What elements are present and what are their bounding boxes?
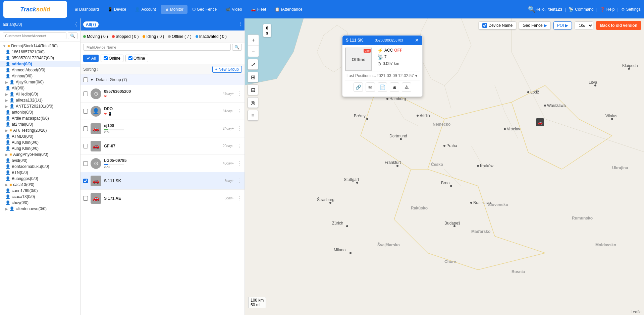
device-checkbox-1[interactable] <box>83 91 88 96</box>
command-link[interactable]: 📡 Command <box>569 7 593 12</box>
tree-node-aungphyo[interactable]: ▶ ■ AungPhyoHein(0/0) <box>0 151 80 158</box>
account-search-button[interactable]: 🔍 <box>68 33 77 39</box>
table-row[interactable]: 🚗 GF-07 20day+ ⋮ <box>80 137 245 155</box>
filter-online-checkbox[interactable] <box>104 56 108 60</box>
new-group-button[interactable]: + New Group <box>212 66 242 73</box>
nav-account[interactable]: 👤Account <box>131 5 160 14</box>
popup-action-alert[interactable]: ⚠ <box>402 82 411 92</box>
zoom-in-button[interactable]: + <box>248 35 259 46</box>
group-checkbox[interactable] <box>83 77 88 82</box>
popup-expand-icon[interactable]: ▼ <box>414 73 418 78</box>
popup-action-link[interactable]: 🔗 <box>354 82 363 92</box>
settings-link[interactable]: ⚙ Settings <box>621 7 641 12</box>
popup-action-grid[interactable]: ⊞ <box>390 82 399 92</box>
device-checkbox-2[interactable] <box>83 109 88 114</box>
back-old-version-button[interactable]: Back to old version <box>596 21 641 30</box>
device-more-2[interactable]: ⋮ <box>236 108 242 114</box>
tree-node-ccaca13[interactable]: 👤 ccaca13(0/0) <box>0 194 80 200</box>
sidebar-collapse-button[interactable]: 〈 <box>72 21 77 28</box>
device-more-7[interactable]: ⋮ <box>236 195 242 201</box>
nav-monitor[interactable]: 🖥Monitor <box>161 5 187 14</box>
table-row[interactable]: ⊙ 085763605200 ❤ 46day+ ⋮ <box>80 85 245 103</box>
tree-node-at2[interactable]: 👤 at2 trial(0/0) <box>0 121 80 127</box>
tree-node-aungkhin1[interactable]: 👤 Aung Khin(0/0) <box>0 139 80 145</box>
poi-map-button[interactable]: POI ▶ <box>553 21 572 29</box>
popup-close-button[interactable]: ✕ <box>415 38 419 43</box>
tree-node-choy[interactable]: 👤 choy(0/0) <box>0 200 80 206</box>
cluster-button[interactable]: ⊟ <box>248 84 258 95</box>
device-more-3[interactable]: ⋮ <box>236 125 242 132</box>
tree-node-avid[interactable]: 👤 avid(0/0) <box>0 158 80 164</box>
filter-all-button[interactable]: All <box>83 55 99 62</box>
interval-select[interactable]: 10s 30s 1m 5m <box>575 21 593 29</box>
tree-node-ahmed[interactable]: 👤 Ahmed Abood(0/0) <box>0 67 80 73</box>
tree-node-demo[interactable]: ▼ ■ Demo(Stock144/Total190) <box>0 43 80 49</box>
nav-iattendance[interactable]: 📋iAttendance <box>271 5 306 14</box>
device-more-4[interactable]: ⋮ <box>236 143 242 149</box>
device-list: ▼ Default Group (7) ⊙ 085763605200 ❤ 46d… <box>80 74 245 315</box>
help-link[interactable]: ❓ Help <box>600 7 615 12</box>
filter-offline-button[interactable]: Offline <box>125 55 148 62</box>
device-checkbox-5[interactable] <box>83 161 88 166</box>
device-more-5[interactable]: ⋮ <box>236 160 242 167</box>
table-row[interactable]: 🚗 S 111 SK 5day+ ⋮ <box>80 172 245 190</box>
zoom-out-button[interactable]: − <box>248 46 259 57</box>
fullscreen-button[interactable]: ⤢ <box>248 59 258 70</box>
satellites-value: 7 <box>384 55 387 59</box>
device-checkbox-6[interactable] <box>83 179 88 183</box>
tree-node-adrian[interactable]: 👤 adrian(0/0) <box>0 61 80 67</box>
account-search-input[interactable] <box>3 33 66 39</box>
tree-node-cann1799[interactable]: 👤 cann1799(0/0) <box>0 188 80 194</box>
device-more-6[interactable]: ⋮ <box>236 178 242 184</box>
map-background[interactable]: Hamburg Berlin Praha Dortmund Frankfurt … <box>245 18 644 315</box>
tree-node-2[interactable]: 👤 35985708172B487(0/0) <box>0 55 80 61</box>
nav-dashboard[interactable]: ⊞Dashboard <box>70 5 103 14</box>
table-row[interactable]: 👤 DPO ❤ 📱 31day+ ⋮ <box>80 103 245 120</box>
tree-node-aungkhin2[interactable]: 👤 Aung Khin(0/0) <box>0 145 80 151</box>
location-button[interactable]: ◎ <box>248 97 258 108</box>
tree-node-btn[interactable]: 👤 BTN(0/0) <box>0 170 80 176</box>
tree-node-clientenuevo[interactable]: ▶ 👤 clientenuevo(0/0) <box>0 206 80 212</box>
nav-device[interactable]: 📱Device <box>104 5 130 14</box>
tree-node-ali[interactable]: 👤 Ali(0/0) <box>0 85 80 91</box>
device-search-input[interactable] <box>83 44 231 51</box>
person-icon-ahmed: 👤 <box>5 68 10 72</box>
device-search-button[interactable]: 🔍 <box>232 44 242 51</box>
tree-node-at6[interactable]: ▶ ■ AT6 Testing(20/20) <box>0 127 80 133</box>
filter-all-checkbox[interactable] <box>86 56 90 60</box>
table-row[interactable]: 🚗 S 171 AE 3day+ ⋮ <box>80 190 245 207</box>
device-checkbox-3[interactable] <box>83 126 88 131</box>
nav-video[interactable]: 📹Video <box>221 5 246 14</box>
table-row[interactable]: ⊙ LG05-09785 20% 40day+ ⋮ <box>80 155 245 172</box>
tree-node-atmd3[interactable]: 👤 ATMD3(0/0) <box>0 133 80 139</box>
device-more-1[interactable]: ⋮ <box>236 90 242 97</box>
geofence-map-button[interactable]: Geo Fence ▶ <box>519 21 550 29</box>
nav-geofence[interactable]: ⬡Geo Fence <box>188 5 221 14</box>
tree-node-buang[interactable]: 👤 Buanggps(0/0) <box>0 176 80 182</box>
tree-node-caca13[interactable]: ▶ ■ caca13(0/0) <box>0 182 80 188</box>
device-name-checkbox[interactable] <box>482 23 487 28</box>
popup-action-file[interactable]: 📄 <box>378 82 387 92</box>
filter-offline-checkbox[interactable] <box>128 56 132 60</box>
device-name-toggle[interactable]: Device Name <box>479 21 516 29</box>
device-checkbox-4[interactable] <box>83 144 88 148</box>
tree-node-ardie[interactable]: 👤 Ardie macaspac(0/0) <box>0 115 80 121</box>
tree-node-alireza[interactable]: ▶ 👤 alireza132(1/1) <box>0 97 80 103</box>
header-search-button[interactable]: 🔍 <box>528 6 535 13</box>
device-checkbox-7[interactable] <box>83 196 88 201</box>
layer-button[interactable]: ⊞ <box>248 72 258 82</box>
tree-node-1[interactable]: 👤 18616857821(0/0) <box>0 49 80 55</box>
tree-node-bonface[interactable]: 👤 Bonfacemabuku(0/0) <box>0 164 80 170</box>
nav-fleet[interactable]: 🚗Fleet <box>247 5 270 14</box>
tree-node-ainhoa[interactable]: 👤 Ainhoa(0/0) <box>0 73 80 79</box>
logo[interactable]: Tracksolid <box>3 1 67 18</box>
device-panel-collapse-button[interactable]: 〈 <box>236 21 242 28</box>
tree-node-ajay[interactable]: ▶ 👤 AjayKumar(0/0) <box>0 79 80 85</box>
tree-node-antonio[interactable]: 👤 antonio(0/0) <box>0 109 80 115</box>
tree-node-antest[interactable]: ▶ 👤 ANTEST202101(0/0) <box>0 103 80 109</box>
popup-action-email[interactable]: ✉ <box>366 82 375 92</box>
table-row[interactable]: 🚗 ej100 20% 24day+ ⋮ <box>80 120 245 137</box>
tree-node-ali-ledib[interactable]: ▶ 👤 Ali ledib(0/0) <box>0 91 80 97</box>
settings-map-button[interactable]: ≡ <box>248 110 258 121</box>
filter-online-button[interactable]: Online <box>101 55 123 62</box>
